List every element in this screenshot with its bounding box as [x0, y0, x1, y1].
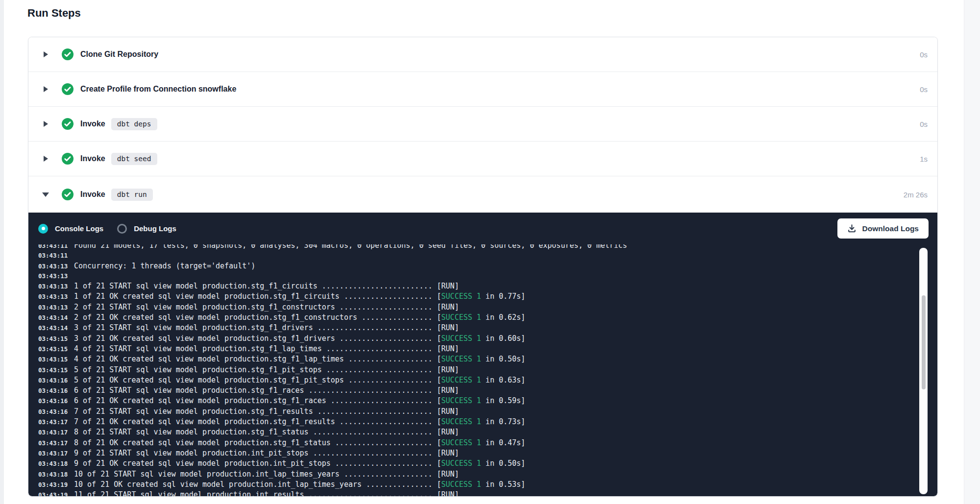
log-message: 9 of 21 OK created sql view model produc… [74, 458, 525, 468]
step-duration: 0s [920, 120, 928, 128]
log-message: 3 of 21 START sql view model production.… [74, 323, 459, 333]
log-timestamp: 03:43:19 [38, 480, 68, 490]
log-message: 2 of 21 START sql view model production.… [74, 302, 459, 312]
chevron-down-icon[interactable] [42, 192, 49, 197]
log-line: 03:43:142 of 21 OK created sql view mode… [38, 312, 937, 323]
chevron-right-icon[interactable] [42, 156, 49, 162]
log-message: 8 of 21 START sql view model production.… [74, 427, 459, 437]
log-timestamp: 03:43:15 [38, 365, 68, 375]
log-line: 03:43:13Concurrency: 1 threads (target='… [38, 261, 937, 271]
log-message: Concurrency: 1 threads (target='default'… [74, 261, 255, 271]
log-timestamp: 03:43:11 [38, 251, 68, 261]
success-badge: SUCCESS 1 [441, 292, 481, 301]
step-command-chip: dbt seed [111, 153, 157, 165]
log-line: 03:43:167 of 21 START sql view model pro… [38, 407, 937, 417]
chevron-right-icon[interactable] [42, 51, 49, 57]
step-row[interactable]: Invokedbt run2m 26s [28, 176, 937, 213]
step-command-chip: dbt run [111, 189, 153, 201]
step-list: Clone Git Repository0sCreate Profile fro… [28, 37, 937, 213]
log-panel: Console LogsDebug Logs Download Logs 03:… [28, 213, 937, 496]
success-badge: SUCCESS 1 [441, 396, 481, 405]
log-message: 4 of 21 OK created sql view model produc… [74, 354, 525, 364]
log-message: 2 of 21 OK created sql view model produc… [74, 312, 525, 322]
chevron-right-icon[interactable] [42, 86, 49, 92]
log-line: 03:43:1910 of 21 OK created sql view mod… [38, 480, 937, 490]
log-message: 7 of 21 OK created sql view model produc… [74, 417, 525, 427]
log-scrollbar-track[interactable] [919, 248, 928, 494]
log-lines: 03:43:11Found 21 models, 17 tests, 0 sna… [38, 244, 937, 496]
log-line: 03:43:166 of 21 START sql view model pro… [38, 385, 937, 396]
left-gutter [0, 0, 4, 504]
log-line: 03:43:1810 of 21 START sql view model pr… [38, 469, 937, 480]
debug-logs-radio[interactable]: Debug Logs [117, 224, 176, 234]
log-message: 11 of 21 START sql view model production… [74, 490, 459, 496]
log-line: 03:43:178 of 21 OK created sql view mode… [38, 438, 937, 448]
right-gutter [964, 0, 980, 504]
check-circle-icon [62, 83, 74, 95]
radio-label: Console Logs [55, 224, 103, 233]
log-timestamp: 03:43:13 [38, 271, 68, 281]
log-timestamp: 03:43:14 [38, 323, 68, 333]
log-message: 10 of 21 START sql view model production… [74, 469, 459, 479]
log-timestamp: 03:43:16 [38, 376, 68, 385]
log-timestamp: 03:43:11 [38, 244, 68, 251]
success-badge: SUCCESS 1 [441, 480, 481, 489]
log-line: 03:43:165 of 21 OK created sql view mode… [38, 375, 937, 385]
log-line: 03:43:132 of 21 START sql view model pro… [38, 302, 937, 312]
log-timestamp: 03:43:19 [38, 490, 68, 496]
log-scrollbar-thumb[interactable] [922, 295, 926, 389]
success-badge: SUCCESS 1 [441, 459, 481, 468]
log-line: 03:43:13 [38, 271, 937, 281]
chevron-right-icon[interactable] [42, 121, 49, 127]
log-type-radio-group: Console LogsDebug Logs [38, 224, 176, 234]
console-logs-radio[interactable]: Console Logs [38, 224, 103, 234]
log-timestamp: 03:43:18 [38, 459, 68, 469]
log-message: 4 of 21 START sql view model production.… [74, 344, 459, 354]
check-circle-icon [62, 48, 74, 60]
download-icon [847, 224, 857, 233]
console-log-view: 03:43:11Found 21 models, 17 tests, 0 sna… [28, 244, 937, 496]
step-label: Invoke [80, 120, 105, 128]
log-message: 7 of 21 START sql view model production.… [74, 407, 459, 416]
log-message: 9 of 21 START sql view model production.… [74, 448, 459, 458]
success-badge: SUCCESS 1 [441, 355, 481, 363]
step-row[interactable]: Clone Git Repository0s [28, 37, 937, 72]
step-command-chip: dbt deps [111, 118, 157, 130]
step-duration: 1s [920, 155, 928, 163]
log-timestamp: 03:43:15 [38, 344, 68, 354]
log-line: 03:43:131 of 21 OK created sql view mode… [38, 291, 937, 302]
log-message: Found 21 models, 17 tests, 0 snapshots, … [74, 244, 627, 250]
check-circle-icon [62, 189, 74, 200]
page-title: Run Steps [27, 7, 81, 20]
log-line: 03:43:154 of 21 START sql view model pro… [38, 344, 937, 354]
log-message: 6 of 21 START sql view model production.… [74, 385, 459, 395]
log-line: 03:43:143 of 21 START sql view model pro… [38, 323, 937, 333]
log-timestamp: 03:43:16 [38, 386, 68, 396]
radio-selected-icon [38, 224, 48, 234]
success-badge: SUCCESS 1 [441, 438, 481, 447]
log-timestamp: 03:43:18 [38, 470, 68, 480]
log-timestamp: 03:43:13 [38, 262, 68, 271]
download-logs-button[interactable]: Download Logs [837, 218, 929, 239]
log-timestamp: 03:43:17 [38, 449, 68, 458]
success-badge: SUCCESS 1 [441, 417, 481, 426]
log-line: 03:43:153 of 21 OK created sql view mode… [38, 334, 937, 344]
log-line: 03:43:177 of 21 OK created sql view mode… [38, 417, 937, 427]
step-row[interactable]: Create Profile from Connection snowflake… [28, 72, 937, 107]
log-message: 3 of 21 OK created sql view model produc… [74, 334, 525, 343]
step-row[interactable]: Invokedbt deps0s [28, 107, 937, 142]
log-line: 03:43:189 of 21 OK created sql view mode… [38, 458, 937, 469]
log-line: 03:43:11 [38, 251, 937, 261]
log-timestamp: 03:43:16 [38, 396, 68, 406]
success-badge: SUCCESS 1 [441, 313, 481, 322]
log-timestamp: 03:43:15 [38, 334, 68, 344]
step-duration: 2m 26s [904, 191, 928, 199]
log-message: 1 of 21 START sql view model production.… [74, 281, 459, 291]
log-panel-header: Console LogsDebug Logs Download Logs [28, 213, 937, 244]
radio-label: Debug Logs [134, 224, 176, 233]
log-timestamp: 03:43:17 [38, 417, 68, 427]
log-timestamp: 03:43:16 [38, 407, 68, 417]
step-label: Invoke [80, 154, 105, 163]
log-line: 03:43:178 of 21 START sql view model pro… [38, 427, 937, 437]
step-row[interactable]: Invokedbt seed1s [28, 142, 937, 176]
